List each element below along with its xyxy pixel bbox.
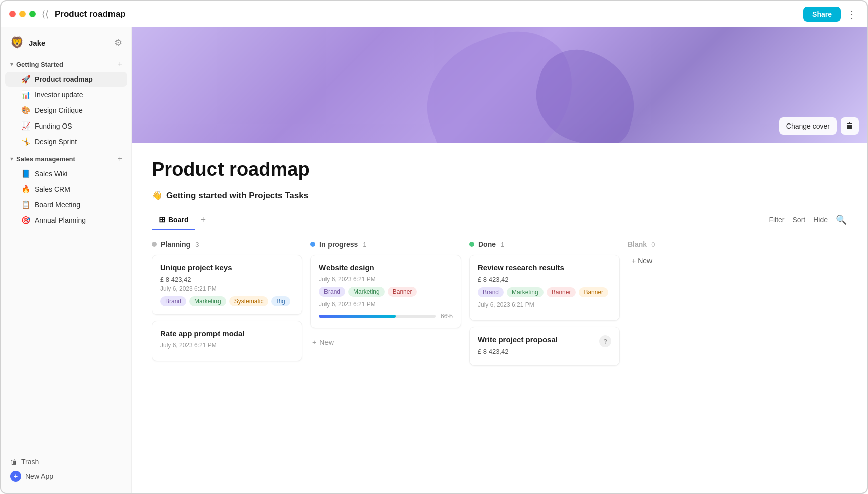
tag-brand: Brand <box>478 287 504 297</box>
board-columns: Planning 3 Unique project keys £ 8 423,4… <box>152 240 847 380</box>
sidebar-item-funding-os[interactable]: 📈 Funding OS <box>5 118 127 134</box>
tag-banner: Banner <box>388 287 417 297</box>
collapse-sidebar-icon[interactable]: ⟨⟨ <box>42 9 49 20</box>
column-header-planning: Planning 3 <box>152 240 302 249</box>
close-traffic-light[interactable] <box>9 11 16 17</box>
change-cover-button[interactable]: Change cover <box>779 117 837 135</box>
sidebar-user: 🦁 Jake ⚙ <box>1 32 131 53</box>
card-write-project-proposal: Write project proposal £ 8 423,42 ? <box>469 327 620 366</box>
sidebar-item-sales-wiki[interactable]: 📘 Sales Wiki <box>5 166 127 181</box>
titlebar-left: ⟨⟨ Product roadmap <box>9 9 126 20</box>
minimize-traffic-light[interactable] <box>19 11 26 17</box>
card-date: July 6, 2023 6:21 PM <box>160 285 294 292</box>
chevron-down-icon: ▾ <box>10 155 13 162</box>
add-new-in-progress[interactable]: + New <box>310 334 461 350</box>
progress-row: 66% <box>319 313 453 320</box>
tag-banner: Banner <box>547 287 576 297</box>
sidebar-item-sales-crm[interactable]: 🔥 Sales CRM <box>5 182 127 197</box>
bar-chart-icon: 📈 <box>21 121 31 131</box>
sort-button[interactable]: Sort <box>793 216 806 224</box>
page-content: Product roadmap 👋 Getting started with P… <box>132 143 867 390</box>
column-count-blank: 0 <box>651 241 655 249</box>
sidebar-section-header-getting-started[interactable]: ▾ Getting Started + <box>1 57 131 71</box>
sidebar-item-board-meeting[interactable]: 📋 Board Meeting <box>5 197 127 212</box>
column-count-done: 1 <box>501 241 504 249</box>
page-heading: Product roadmap <box>152 159 847 180</box>
rocket-icon: 🚀 <box>21 75 31 84</box>
avatar: 🦁 <box>10 36 24 49</box>
card-date: July 6, 2023 6:21 PM <box>319 276 453 283</box>
tab-board[interactable]: ⊞ Board <box>152 210 195 230</box>
settings-icon[interactable]: ⚙ <box>114 37 122 48</box>
sidebar-item-investor-update[interactable]: 📊 Investor update <box>5 87 127 102</box>
section-title: Getting started with Projects Tasks <box>166 191 308 201</box>
add-new-blank[interactable]: + New <box>628 255 728 267</box>
new-label: New <box>319 338 334 346</box>
search-icon[interactable]: 🔍 <box>836 214 847 225</box>
more-options-button[interactable]: ⋮ <box>845 6 859 22</box>
column-done: Done 1 Review research results £ 8 423,4… <box>469 240 620 372</box>
tag-systematic: Systematic <box>229 296 269 306</box>
card-tags: Brand Marketing Banner <box>319 287 453 297</box>
sidebar-item-label: Board Meeting <box>35 201 80 209</box>
chart-icon: 📊 <box>21 90 31 99</box>
page-title-bar: Product roadmap <box>55 9 126 19</box>
cover-actions: Change cover 🗑 <box>779 117 859 135</box>
tag-marketing: Marketing <box>507 287 544 297</box>
section-add-icon[interactable]: + <box>118 154 122 163</box>
section-header: 👋 Getting started with Projects Tasks <box>152 190 847 201</box>
status-dot-done <box>469 242 474 247</box>
maximize-traffic-light[interactable] <box>29 11 36 17</box>
sidebar-section-getting-started: ▾ Getting Started + 🚀 Product roadmap 📊 … <box>1 57 131 150</box>
card-website-design: Website design July 6, 2023 6:21 PM Bran… <box>310 255 461 328</box>
cover-area: Change cover 🗑 <box>132 27 867 143</box>
sidebar-item-label: Design Sprint <box>35 138 77 146</box>
section-title-getting-started: Getting Started <box>16 61 63 68</box>
tag-banner2: Banner <box>579 287 608 297</box>
traffic-lights <box>9 11 36 17</box>
board-tab-actions: Filter Sort Hide 🔍 <box>769 214 847 225</box>
sidebar-item-product-roadmap[interactable]: 🚀 Product roadmap <box>5 72 127 87</box>
column-count-planning: 3 <box>195 241 199 249</box>
trash-label: Trash <box>21 458 39 466</box>
clipboard-icon: 📋 <box>21 200 31 209</box>
tag-marketing: Marketing <box>189 296 226 306</box>
card-rate-app: Rate app prompt modal July 6, 2023 6:21 … <box>152 321 302 361</box>
column-label-blank: Blank <box>628 240 647 249</box>
sidebar-item-design-critique[interactable]: 🎨 Design Critique <box>5 103 127 118</box>
card-tags: Brand Marketing Banner Banner <box>478 287 611 297</box>
filter-button[interactable]: Filter <box>769 216 784 224</box>
card-date: July 6, 2023 6:21 PM <box>478 301 611 308</box>
hide-button[interactable]: Hide <box>813 216 828 224</box>
new-app-icon: + <box>10 471 21 482</box>
column-label-done: Done <box>478 240 496 249</box>
sidebar-item-annual-planning[interactable]: 🎯 Annual Planning <box>5 213 127 228</box>
status-dot-planning <box>152 242 157 247</box>
share-button[interactable]: Share <box>803 7 841 22</box>
sidebar-section-sales: ▾ Sales management + 📘 Sales Wiki 🔥 Sale… <box>1 152 131 228</box>
card-title: Write project proposal <box>478 335 558 344</box>
delete-cover-button[interactable]: 🗑 <box>841 117 859 135</box>
section-add-icon[interactable]: + <box>118 60 122 69</box>
sidebar-item-design-sprint[interactable]: 🤸 Design Sprint <box>5 134 127 149</box>
card-date: July 6, 2023 6:21 PM <box>160 342 294 349</box>
sidebar-item-label: Product roadmap <box>35 75 93 83</box>
card-tags: Brand Marketing Systematic Big <box>160 296 294 306</box>
tag-big: Big <box>271 296 290 306</box>
tag-brand: Brand <box>160 296 186 306</box>
sidebar-bottom: 🗑 Trash + New App <box>1 452 131 488</box>
sidebar-section-header-sales[interactable]: ▾ Sales management + <box>1 152 131 166</box>
board-tabs: ⊞ Board + Filter Sort Hide 🔍 <box>152 210 847 230</box>
sidebar: 🦁 Jake ⚙ ▾ Getting Started + 🚀 Product r… <box>1 27 132 493</box>
progress-bar-fill <box>319 315 396 318</box>
sidebar-item-label: Design Critique <box>35 106 83 114</box>
add-tab-button[interactable]: + <box>195 211 211 229</box>
chevron-down-icon: ▾ <box>10 61 13 68</box>
question-mark-icon[interactable]: ? <box>599 335 611 347</box>
new-app-button[interactable]: + New App <box>10 471 122 482</box>
column-header-in-progress: In progress 1 <box>310 240 461 249</box>
card-title: Rate app prompt modal <box>160 329 294 338</box>
trash-button[interactable]: 🗑 Trash <box>10 458 122 466</box>
column-label-planning: Planning <box>161 240 190 249</box>
content-area: Change cover 🗑 Product roadmap 👋 Getting… <box>132 27 867 493</box>
